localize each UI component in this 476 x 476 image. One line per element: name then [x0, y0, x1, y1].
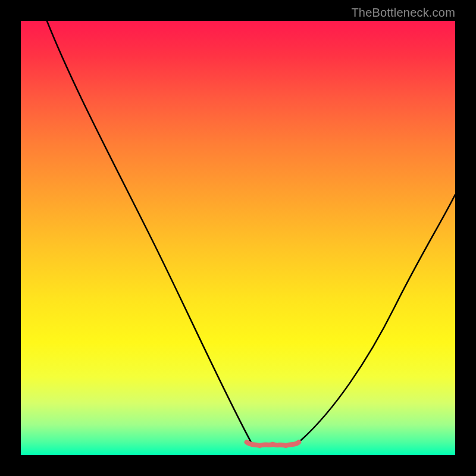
- chart-container: TheBottleneck.com: [0, 0, 476, 476]
- right-curve: [299, 195, 455, 442]
- watermark-text: TheBottleneck.com: [351, 6, 455, 20]
- chart-svg: [21, 21, 455, 455]
- valley-pink: [247, 442, 299, 446]
- left-curve: [47, 21, 251, 442]
